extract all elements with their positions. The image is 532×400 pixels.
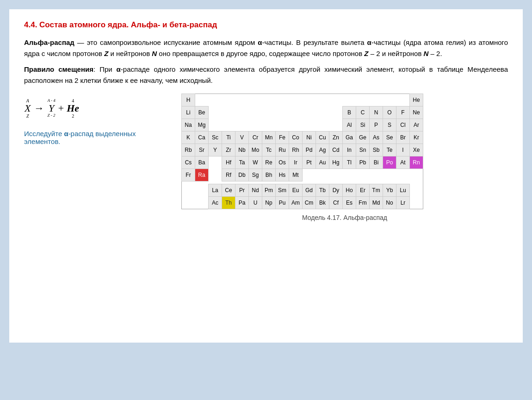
element-Lr: Lr bbox=[396, 197, 410, 209]
element-Rn: Rn bbox=[410, 156, 423, 169]
element-Ho: Ho bbox=[343, 184, 356, 197]
element-Gd: Gd bbox=[303, 184, 316, 197]
element-Pr: Pr bbox=[235, 184, 249, 197]
element-Cl: Cl bbox=[396, 119, 410, 131]
element-Tm: Tm bbox=[370, 184, 383, 197]
element-In: In bbox=[343, 144, 356, 156]
element-Ru: Ru bbox=[276, 144, 289, 156]
element-Mt: Mt bbox=[289, 169, 303, 181]
element-Hg: Hg bbox=[329, 156, 343, 169]
element-Se: Se bbox=[383, 131, 396, 144]
page-container: 4.4. Состав атомного ядра. Альфа- и бета… bbox=[9, 9, 523, 343]
element-B: B bbox=[343, 106, 356, 119]
empty-r3 bbox=[209, 119, 343, 131]
empty-lan-1 bbox=[182, 184, 209, 197]
element-P: P bbox=[370, 119, 383, 131]
element-Rf: Rf bbox=[222, 169, 235, 181]
element-Pa: Pa bbox=[235, 197, 249, 209]
element-Mo: Mo bbox=[249, 144, 262, 156]
element-Rb: Rb bbox=[182, 144, 195, 156]
alpha-decay-link[interactable]: Исследуйте α-распад выделенных элементов… bbox=[24, 130, 136, 145]
element-Cf: Cf bbox=[329, 197, 343, 209]
element-Ra: Ra bbox=[195, 169, 209, 181]
element-Ac: Ac bbox=[209, 197, 222, 209]
empty-act-end bbox=[410, 197, 423, 209]
element-Nb: Nb bbox=[235, 144, 249, 156]
element-Np: Np bbox=[262, 197, 276, 209]
link-container[interactable]: Исследуйте α-распад выделенных элементов… bbox=[24, 130, 172, 145]
element-Os: Os bbox=[276, 156, 289, 169]
element-Ne: Ne bbox=[410, 106, 423, 119]
element-Sg: Sg bbox=[249, 169, 262, 181]
element-Na: Na bbox=[182, 119, 195, 131]
element-Db: Db bbox=[235, 169, 249, 181]
formula-x: A X Z bbox=[25, 98, 31, 119]
element-Hf: Hf bbox=[222, 156, 235, 169]
element-Li: Li bbox=[182, 106, 195, 119]
element-Cu: Cu bbox=[316, 131, 329, 144]
empty-r6-3 bbox=[209, 156, 222, 169]
element-Re: Re bbox=[262, 156, 276, 169]
element-Al: Al bbox=[343, 119, 356, 131]
arrow: → bbox=[34, 102, 44, 114]
element-Sm: Sm bbox=[276, 184, 289, 197]
element-Fe: Fe bbox=[276, 131, 289, 144]
element-Lu: Lu bbox=[396, 184, 410, 197]
element-V: V bbox=[235, 131, 249, 144]
element-Ge: Ge bbox=[356, 131, 370, 144]
element-Cs: Cs bbox=[182, 156, 195, 169]
element-Tc: Tc bbox=[262, 144, 276, 156]
element-Sb: Sb bbox=[370, 144, 383, 156]
element-Ar: Ar bbox=[410, 119, 423, 131]
element-Dy: Dy bbox=[329, 184, 343, 197]
element-Sc: Sc bbox=[209, 131, 222, 144]
formula-left: A X Z → A - 4 Y Z - 2 + 4 He 2 Иссле bbox=[24, 94, 172, 145]
element-Ag: Ag bbox=[316, 144, 329, 156]
element-Tl: Tl bbox=[343, 156, 356, 169]
element-Fr: Fr bbox=[182, 169, 195, 181]
element-Co: Co bbox=[289, 131, 303, 144]
periodic-table: H He Li Be B C N O F Ne bbox=[181, 94, 423, 209]
element-Ba: Ba bbox=[195, 156, 209, 169]
element-Er: Er bbox=[356, 184, 370, 197]
element-Zr: Zr bbox=[222, 144, 235, 156]
empty-r7-3 bbox=[209, 169, 222, 181]
element-Fm: Fm bbox=[356, 197, 370, 209]
paragraph1: Альфа-распад — это самопроизвольное испу… bbox=[24, 37, 508, 59]
element-Am: Am bbox=[289, 197, 303, 209]
empty-lan-end bbox=[410, 184, 423, 197]
element-Hs: Hs bbox=[276, 169, 289, 181]
element-Ni: Ni bbox=[303, 131, 316, 144]
element-Sr: Sr bbox=[195, 144, 209, 156]
element-Pt: Pt bbox=[303, 156, 316, 169]
element-Xe: Xe bbox=[410, 144, 423, 156]
element-Cr: Cr bbox=[249, 131, 262, 144]
element-Pd: Pd bbox=[303, 144, 316, 156]
caption: Модель 4.17. Альфа-распад bbox=[181, 214, 508, 221]
element-Bk: Bk bbox=[316, 197, 329, 209]
element-Mg: Mg bbox=[195, 119, 209, 131]
empty-act-1 bbox=[182, 197, 209, 209]
element-Tb: Tb bbox=[316, 184, 329, 197]
empty-r1 bbox=[195, 94, 410, 106]
decay-formula: A X Z → A - 4 Y Z - 2 + 4 He 2 bbox=[24, 98, 172, 119]
element-As: As bbox=[370, 131, 383, 144]
element-Sn: Sn bbox=[356, 144, 370, 156]
element-Pm: Pm bbox=[262, 184, 276, 197]
element-Ta: Ta bbox=[235, 156, 249, 169]
element-C: C bbox=[356, 106, 370, 119]
element-S: S bbox=[383, 119, 396, 131]
element-Ga: Ga bbox=[343, 131, 356, 144]
periodic-table-wrapper: H He Li Be B C N O F Ne bbox=[181, 94, 508, 221]
plus: + bbox=[58, 102, 64, 114]
element-U: U bbox=[249, 197, 262, 209]
element-I: I bbox=[396, 144, 410, 156]
element-Ca: Ca bbox=[195, 131, 209, 144]
element-Cm: Cm bbox=[303, 197, 316, 209]
element-H: H bbox=[182, 94, 195, 106]
element-Kr: Kr bbox=[410, 131, 423, 144]
element-Si: Si bbox=[356, 119, 370, 131]
element-Te: Te bbox=[383, 144, 396, 156]
element-Zn: Zn bbox=[329, 131, 343, 144]
element-La: La bbox=[209, 184, 222, 197]
